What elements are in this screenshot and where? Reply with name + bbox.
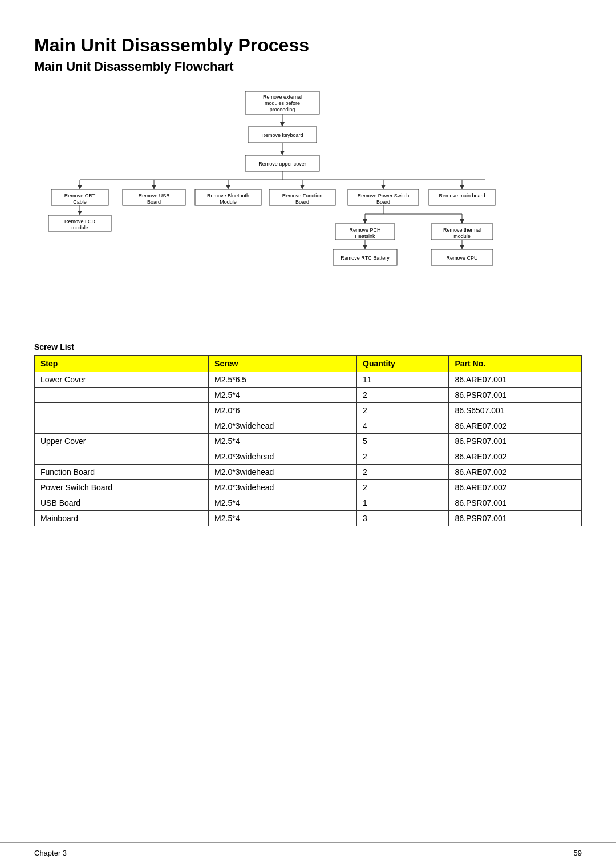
cell-quantity: 11 [357,372,449,388]
col-header-partno: Part No. [449,356,582,372]
svg-text:Remove keyboard: Remove keyboard [261,132,303,138]
cell-partno: 86.PSR07.001 [449,511,582,526]
svg-marker-25 [226,185,230,189]
svg-marker-35 [381,185,386,189]
section-title: Main Unit Disassembly Flowchart [34,59,582,74]
table-row: MainboardM2.5*4386.PSR07.001 [35,511,582,526]
col-header-step: Step [35,356,209,372]
cell-screw: M2.5*6.5 [209,372,357,388]
screw-list-section: Screw List Step Screw Quantity Part No. … [34,342,582,526]
table-row: Lower CoverM2.5*6.51186.ARE07.001 [35,372,582,388]
table-row: Power Switch BoardM2.0*3widehead286.ARE0… [35,480,582,495]
svg-text:Remove RTC Battery: Remove RTC Battery [341,255,390,261]
svg-text:Module: Module [220,199,237,205]
cell-partno: 86.ARE07.002 [449,465,582,480]
cell-partno: 86.ARE07.002 [449,480,582,495]
svg-text:Remove CRT: Remove CRT [64,193,96,199]
svg-text:Remove main board: Remove main board [439,193,485,199]
svg-text:Board: Board [147,199,161,205]
cell-screw: M2.0*3widehead [209,465,357,480]
cell-partno: 86.ARE07.002 [449,449,582,465]
page-number: 59 [574,849,582,857]
svg-text:Cable: Cable [73,199,87,205]
cell-quantity: 1 [357,495,449,511]
col-header-quantity: Quantity [357,356,449,372]
footer: Chapter 3 59 [0,842,616,863]
svg-text:Remove PCH: Remove PCH [349,227,380,233]
svg-text:Remove CPU: Remove CPU [446,255,477,261]
screw-list-title: Screw List [34,342,582,352]
svg-text:Remove LCD: Remove LCD [64,219,96,224]
svg-marker-20 [152,185,156,189]
cell-partno: 86.ARE07.001 [449,372,582,388]
svg-text:Remove Function: Remove Function [282,193,323,199]
col-header-screw: Screw [209,356,357,372]
table-row: Upper CoverM2.5*4586.PSR07.001 [35,434,582,449]
svg-text:Remove Power Switch: Remove Power Switch [358,193,410,199]
svg-text:Remove thermal: Remove thermal [443,227,481,233]
page-title: Main Unit Disassembly Process [34,35,582,56]
svg-marker-44 [78,211,82,215]
svg-marker-56 [460,219,464,224]
cell-screw: M2.0*6 [209,403,357,418]
cell-step [35,388,209,403]
cell-quantity: 2 [357,388,449,403]
cell-step: Function Board [35,465,209,480]
svg-marker-40 [460,185,464,189]
svg-text:Remove upper cover: Remove upper cover [258,161,306,167]
cell-quantity: 3 [357,511,449,526]
cell-screw: M2.0*3widehead [209,449,357,465]
cell-step [35,449,209,465]
cell-quantity: 2 [357,403,449,418]
svg-text:module: module [453,233,471,239]
table-row: M2.0*6286.S6507.001 [35,403,582,418]
cell-partno: 86.S6507.001 [449,403,582,418]
svg-text:Board: Board [376,199,390,205]
cell-step [35,403,209,418]
cell-partno: 86.ARE07.002 [449,418,582,434]
cell-quantity: 5 [357,434,449,449]
top-divider [34,23,582,23]
cell-screw: M2.5*4 [209,388,357,403]
svg-marker-30 [300,185,305,189]
table-row: USB BoardM2.5*4186.PSR07.001 [35,495,582,511]
svg-text:modules before: modules before [265,100,300,106]
table-row: M2.0*3widehead286.ARE07.002 [35,449,582,465]
svg-marker-51 [363,219,367,224]
chapter-label: Chapter 3 [34,849,67,857]
cell-screw: M2.5*4 [209,511,357,526]
svg-marker-15 [78,185,82,189]
cell-screw: M2.5*4 [209,495,357,511]
cell-quantity: 2 [357,480,449,495]
cell-step [35,418,209,434]
svg-marker-9 [280,151,285,155]
cell-partno: 86.PSR07.001 [449,495,582,511]
cell-screw: M2.5*4 [209,434,357,449]
cell-step: Mainboard [35,511,209,526]
svg-marker-5 [280,122,285,127]
cell-step: USB Board [35,495,209,511]
svg-marker-61 [363,245,367,249]
cell-partno: 86.PSR07.001 [449,434,582,449]
svg-text:Heatsink: Heatsink [355,233,375,239]
table-row: M2.5*4286.PSR07.001 [35,388,582,403]
cell-quantity: 4 [357,418,449,434]
svg-text:module: module [71,225,88,231]
table-row: M2.0*3widehead486.ARE07.002 [35,418,582,434]
cell-partno: 86.PSR07.001 [449,388,582,403]
flowchart-svg: Remove external modules before proceedin… [34,86,582,325]
flowchart: Remove external modules before proceedin… [34,86,582,325]
cell-screw: M2.0*3widehead [209,480,357,495]
svg-text:Remove Bluetooth: Remove Bluetooth [207,193,249,199]
svg-text:Board: Board [295,199,309,205]
svg-text:proceeding: proceeding [270,107,295,112]
cell-step: Power Switch Board [35,480,209,495]
cell-quantity: 2 [357,465,449,480]
screw-table: Step Screw Quantity Part No. Lower Cover… [34,355,582,526]
cell-quantity: 2 [357,449,449,465]
cell-screw: M2.0*3widehead [209,418,357,434]
svg-marker-65 [460,245,464,249]
svg-text:Remove external: Remove external [263,94,302,100]
cell-step: Upper Cover [35,434,209,449]
table-row: Function BoardM2.0*3widehead286.ARE07.00… [35,465,582,480]
